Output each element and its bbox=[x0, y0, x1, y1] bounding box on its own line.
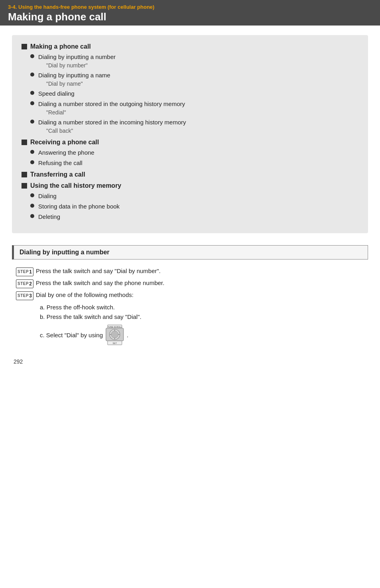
header-subtitle: 3-4. Using the hands-free phone system (… bbox=[8, 4, 372, 10]
step-3-row: STEP 3 Dial by one of the following meth… bbox=[16, 291, 364, 300]
bullet-dot bbox=[30, 160, 34, 164]
page-body: Making a phone call Dialing by inputting… bbox=[0, 26, 380, 377]
bullet-dot bbox=[30, 54, 34, 58]
bullet-dot bbox=[30, 150, 34, 154]
list-item[interactable]: Dialing bbox=[30, 192, 358, 201]
bullet-dot bbox=[30, 73, 34, 77]
toc-section-receiving: Receiving a phone call Answering the pho… bbox=[22, 139, 358, 167]
section-dialing-header: Dialing by inputting a number bbox=[12, 245, 368, 260]
step-2-text: Press the talk switch and say the phone … bbox=[36, 279, 364, 288]
tune-scroll-dial-icon: TUNE SCROLL SET bbox=[104, 324, 125, 346]
list-item[interactable]: Refusing the call bbox=[30, 159, 358, 167]
toc-section-transferring: Transferring a call bbox=[22, 171, 358, 178]
page-number: 292 bbox=[12, 358, 368, 365]
svg-text:SET: SET bbox=[113, 342, 117, 344]
svg-text:TUNE SCROLL: TUNE SCROLL bbox=[108, 326, 122, 328]
step-1-text: Press the talk switch and say "Dial by n… bbox=[36, 267, 364, 276]
svg-point-4 bbox=[111, 331, 118, 338]
toc-section-history: Using the call history memory Dialing St… bbox=[22, 182, 358, 221]
sub-steps-list: a. Press the off-hook switch. b. Press t… bbox=[16, 303, 364, 322]
list-item[interactable]: Dialing a number stored in the outgoing … bbox=[30, 100, 358, 116]
toc-section-transferring-title: Transferring a call bbox=[22, 171, 358, 178]
list-item[interactable]: Storing data in the phone book bbox=[30, 202, 358, 211]
bullet-dot bbox=[30, 120, 34, 124]
substep-c-row: c. Select "Dial" by using TUNE SCROLL bbox=[16, 324, 364, 346]
bullet-dot bbox=[30, 91, 34, 95]
bullet-dot bbox=[30, 193, 34, 197]
bullet-dot bbox=[30, 101, 34, 105]
page-header: 3-4. Using the hands-free phone system (… bbox=[0, 0, 380, 26]
square-icon-transferring bbox=[22, 172, 27, 177]
list-item[interactable]: Dialing by inputting a name "Dial by nam… bbox=[30, 71, 358, 88]
list-item[interactable]: Dialing a number stored in the incoming … bbox=[30, 118, 358, 135]
substep-c-period: . bbox=[127, 332, 128, 338]
list-item[interactable]: Dialing by inputting a number "Dial by n… bbox=[30, 53, 358, 69]
toc-items-history: Dialing Storing data in the phone book D… bbox=[22, 192, 358, 221]
square-icon-receiving bbox=[22, 140, 27, 145]
substep-b: b. Press the talk switch and say "Dial". bbox=[40, 312, 364, 322]
header-title: Making a phone call bbox=[8, 11, 372, 23]
substep-a: a. Press the off-hook switch. bbox=[40, 303, 364, 312]
list-item[interactable]: Answering the phone bbox=[30, 148, 358, 157]
toc-items-receiving: Answering the phone Refusing the call bbox=[22, 148, 358, 167]
square-icon-history bbox=[22, 183, 27, 189]
list-item[interactable]: Deleting bbox=[30, 212, 358, 221]
step-2-row: STEP 2 Press the talk switch and say the… bbox=[16, 279, 364, 288]
toc-box: Making a phone call Dialing by inputting… bbox=[12, 35, 368, 233]
bullet-dot bbox=[30, 214, 34, 218]
step-3-badge: STEP 3 bbox=[16, 291, 33, 300]
steps-area: STEP 1 Press the talk switch and say "Di… bbox=[12, 267, 368, 346]
step-2-badge: STEP 2 bbox=[16, 279, 33, 288]
substep-c-text: c. Select "Dial" by using bbox=[40, 332, 103, 338]
step-1-badge: STEP 1 bbox=[16, 267, 33, 276]
bullet-dot bbox=[30, 204, 34, 208]
toc-items-making: Dialing by inputting a number "Dial by n… bbox=[22, 53, 358, 135]
list-item[interactable]: Speed dialing bbox=[30, 89, 358, 98]
square-icon-making bbox=[22, 44, 27, 49]
toc-section-making-title: Making a phone call bbox=[22, 43, 358, 50]
step-1-row: STEP 1 Press the talk switch and say "Di… bbox=[16, 267, 364, 276]
toc-section-making: Making a phone call Dialing by inputting… bbox=[22, 43, 358, 135]
toc-section-history-title: Using the call history memory bbox=[22, 182, 358, 189]
step-3-text: Dial by one of the following methods: bbox=[36, 291, 364, 300]
toc-section-receiving-title: Receiving a phone call bbox=[22, 139, 358, 146]
